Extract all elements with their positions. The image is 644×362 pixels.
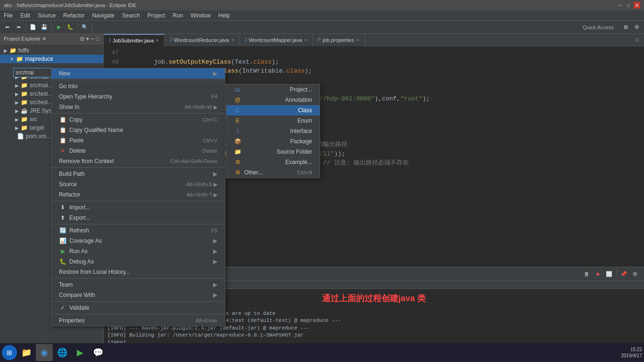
console-clear[interactable]: 🗑 <box>581 269 592 279</box>
submenu-annotation[interactable]: @ Annotation <box>226 95 320 105</box>
toolbar-forward[interactable]: ➡ <box>13 22 24 33</box>
toolbar-debug[interactable]: 🐛 <box>65 22 75 33</box>
tab-close-props[interactable]: ✕ <box>356 38 360 42</box>
submenu-interface[interactable]: I Interface <box>226 126 320 136</box>
context-menu: New ▶ Go Into Open Type Hierarchy F4 Sho… <box>51 68 225 326</box>
ctx-team[interactable]: Team ▶ <box>51 280 225 290</box>
pe-header: Project Explorer ✕ ⊟ ▾ ─ □ <box>0 34 103 44</box>
title-bar: abc - hdfs/src/mapreduce/JobSubmitter.ja… <box>0 0 644 10</box>
ctx-properties[interactable]: Properties Alt+Enter <box>51 315 225 326</box>
taskbar-file-explorer[interactable]: 📁 <box>18 344 35 361</box>
ctx-open-type-hierarchy[interactable]: Open Type Hierarchy F4 <box>51 91 225 102</box>
toolbar-save[interactable]: 💾 <box>39 22 50 33</box>
submenu-package[interactable]: 📦 Package <box>226 136 320 147</box>
tab-close-reducer[interactable]: ✕ <box>231 38 235 42</box>
menu-navigate[interactable]: Navigate <box>88 10 118 21</box>
quick-access-label: Quick Access <box>583 25 618 30</box>
title-text: abc - hdfs/src/mapreduce/JobSubmitter.ja… <box>4 2 136 8</box>
taskbar: ⊞ 📁 ◉ 🌐 ▶ 💬 15:22 2019/4/17 <box>0 343 644 362</box>
tree-item-hdfs[interactable]: ▶ 📁 hdfs <box>0 46 103 55</box>
pe-maximize[interactable]: □ <box>96 36 99 42</box>
minimize-button[interactable]: ─ <box>617 2 623 8</box>
pe-minimize[interactable]: ─ <box>91 36 95 42</box>
pe-title: Project Explorer ✕ <box>4 36 46 42</box>
menu-source[interactable]: Source <box>34 10 59 21</box>
maximize-button[interactable]: □ <box>625 2 632 8</box>
menu-file[interactable]: File <box>0 10 17 21</box>
ctx-coverage-as[interactable]: 📊Coverage As ▶ <box>51 236 225 246</box>
tab-job-submitter[interactable]: J JobSubmitter.java ✕ <box>104 34 165 46</box>
ctx-debug-as[interactable]: 🐛Debug As ▶ <box>51 256 225 267</box>
close-button[interactable]: ✕ <box>634 2 640 8</box>
ctx-delete[interactable]: ✕Delete Delete <box>51 146 225 156</box>
main-area: Project Explorer ✕ ⊟ ▾ ─ □ ▶ 📁 hdfs ▼ 📁 … <box>0 34 644 352</box>
taskbar-app2[interactable]: 🌐 <box>54 344 71 361</box>
toolbar-grid[interactable]: ⊞ <box>620 22 631 33</box>
ctx-go-into[interactable]: Go Into <box>51 81 225 91</box>
menu-edit[interactable]: Edit <box>17 10 34 21</box>
submenu-class[interactable]: C Class <box>226 105 320 115</box>
editor-tabs: J JobSubmitter.java ✕ J WordcountReducer… <box>104 34 644 46</box>
editor-maximize[interactable]: □ <box>632 35 642 45</box>
ctx-export[interactable]: ⬆Export... <box>51 213 225 223</box>
pe-menu[interactable]: ▾ <box>86 36 89 42</box>
new-submenu: 🗂 Project... @ Annotation C Class E Enum… <box>226 84 320 178</box>
ctx-remove-context[interactable]: Remove from Context Ctrl+Alt+Shift+Down <box>51 156 225 166</box>
project-explorer: Project Explorer ✕ ⊟ ▾ ─ □ ▶ 📁 hdfs ▼ 📁 … <box>0 34 104 352</box>
submenu-example[interactable]: ⚙ Example... <box>226 157 320 167</box>
menu-project[interactable]: Project <box>144 10 169 21</box>
toolbar-settings[interactable]: ⚙ <box>632 22 642 33</box>
console-settings[interactable]: ⚙ <box>630 269 640 279</box>
tab-wordcount-mapper[interactable]: J WordcountMapper.java ✕ <box>240 34 313 46</box>
ctx-import[interactable]: ⬇Import... <box>51 202 225 213</box>
ctx-refresh[interactable]: 🔄Refresh F5 <box>51 225 225 236</box>
taskbar-browser[interactable]: ◉ <box>36 344 53 361</box>
ctx-new[interactable]: New ▶ <box>51 68 225 79</box>
menu-window[interactable]: Window <box>187 10 215 21</box>
menu-run[interactable]: Run <box>169 10 187 21</box>
toolbar: ⬅ ➡ 📄 💾 ▶ 🐛 🔍 Quick Access ⊞ ⚙ <box>0 21 644 34</box>
ctx-show-in[interactable]: Show In Alt+Shift+W ▶ <box>51 102 225 112</box>
time-display: 15:22 2019/4/17 <box>621 346 643 359</box>
rename-input[interactable] <box>14 68 56 77</box>
toolbar-search[interactable]: 🔍 <box>80 22 90 33</box>
title-bar-controls[interactable]: ─ □ ✕ <box>617 2 640 8</box>
pe-collapse[interactable]: ⊟ <box>80 36 84 42</box>
console-stop[interactable]: ■ <box>593 269 603 279</box>
toolbar-run[interactable]: ▶ <box>54 22 64 33</box>
tab-close-mapper[interactable]: ✕ <box>304 38 308 42</box>
submenu-source-folder[interactable]: 📁 Source Folder <box>226 147 320 157</box>
tab-job-properties[interactable]: P job.properties ✕ <box>313 34 365 46</box>
ctx-refactor[interactable]: Refactor Alt+Shift+T ▶ <box>51 189 225 200</box>
ctx-validate[interactable]: ✓Validate <box>51 303 225 313</box>
ctx-copy-qualified[interactable]: 📋Copy Qualified Name <box>51 125 225 135</box>
console-pin[interactable]: 📌 <box>619 269 629 279</box>
toolbar-back[interactable]: ⬅ <box>2 22 12 33</box>
taskbar-chat[interactable]: 💬 <box>90 344 107 361</box>
taskbar-app3[interactable]: ▶ <box>72 344 89 361</box>
tree-item-mapreduce[interactable]: ▼ 📁 mapreduce <box>0 55 103 63</box>
ctx-compare-with[interactable]: Compare With ▶ <box>51 290 225 300</box>
ctx-source[interactable]: Source Alt+Shift+S ▶ <box>51 179 225 189</box>
menu-refactor[interactable]: Refactor <box>59 10 88 21</box>
taskbar-start[interactable]: ⊞ <box>2 345 17 360</box>
submenu-project[interactable]: 🗂 Project... <box>226 84 320 95</box>
ctx-run-as[interactable]: ▶Run As ▶ <box>51 246 225 256</box>
toolbar-new[interactable]: 📄 <box>28 22 38 33</box>
menu-help[interactable]: Help <box>215 10 234 21</box>
ctx-copy[interactable]: 📋Copy Ctrl+C <box>51 115 225 125</box>
ctx-restore-history[interactable]: Restore from Local History... <box>51 267 225 277</box>
menu-search[interactable]: Search <box>118 10 144 21</box>
menu-bar: File Edit Source Refactor Navigate Searc… <box>0 10 644 21</box>
submenu-other[interactable]: ⚙Other... Ctrl+N <box>226 167 320 178</box>
tab-wordcount-reducer[interactable]: J WordcountReducer.java ✕ <box>165 34 239 46</box>
tab-close-job[interactable]: ✕ <box>156 38 159 43</box>
ctx-paste[interactable]: 📋Paste Ctrl+V <box>51 135 225 146</box>
submenu-enum[interactable]: E Enum <box>226 115 320 126</box>
taskbar-right: 15:22 2019/4/17 <box>621 346 643 359</box>
ctx-build-path[interactable]: Build Path ▶ <box>51 169 225 179</box>
console-disconnect[interactable]: ⬜ <box>604 269 614 279</box>
